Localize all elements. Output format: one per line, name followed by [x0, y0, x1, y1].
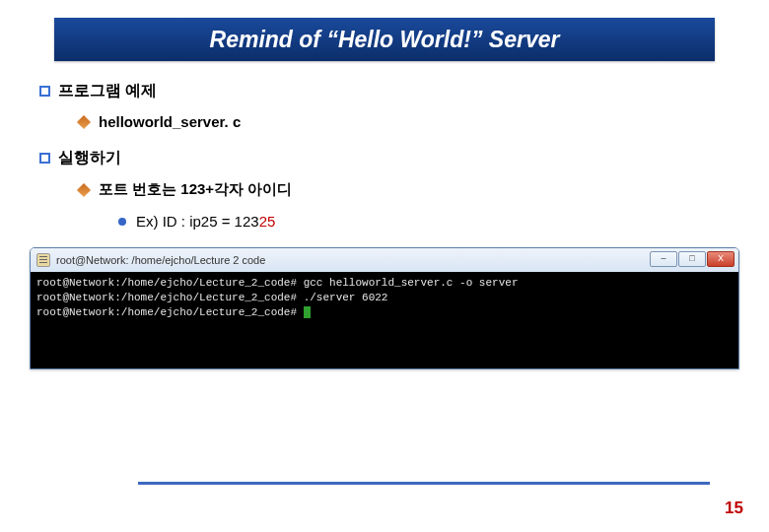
section-heading-text: 프로그램 예제: [58, 81, 157, 101]
page-number: 15: [725, 499, 743, 518]
square-bullet-icon: [39, 153, 50, 164]
section-heading-text: 실행하기: [58, 148, 121, 168]
diamond-bullet-icon: [77, 114, 91, 128]
terminal-body[interactable]: root@Network:/home/ejcho/Lecture_2_code#…: [31, 272, 738, 368]
terminal-icon: [36, 253, 50, 267]
section-program-example: 프로그램 예제 helloworld_server. c: [39, 81, 730, 130]
minimize-button[interactable]: –: [650, 251, 677, 267]
terminal-line: root@Network:/home/ejcho/Lecture_2_code#…: [36, 292, 387, 303]
cursor-icon: [304, 306, 311, 318]
example-prefix: Ex) ID : ip25 = 123: [136, 213, 259, 230]
dot-bullet-icon: [118, 218, 126, 226]
window-title-text: root@Network: /home/ejcho/Lecture 2 code: [56, 254, 265, 266]
section-heading: 실행하기: [39, 148, 730, 168]
sub-item-text: helloworld_server. c: [99, 113, 241, 130]
example-text: Ex) ID : ip25 = 12325: [136, 213, 275, 230]
diamond-bullet-icon: [77, 182, 91, 196]
sub-sub-item-example: Ex) ID : ip25 = 12325: [118, 213, 730, 230]
terminal-window: root@Network: /home/ejcho/Lecture 2 code…: [30, 247, 739, 369]
terminal-line: root@Network:/home/ejcho/Lecture_2_code#…: [36, 277, 518, 289]
slide-title-bar: Remind of “Hello World!” Server: [54, 18, 715, 61]
divider-line: [138, 482, 710, 485]
sub-item-text: 포트 번호는 123+각자 아이디: [99, 180, 292, 199]
example-highlight: 25: [259, 213, 276, 230]
section-run: 실행하기 포트 번호는 123+각자 아이디 Ex) ID : ip25 = 1…: [39, 148, 730, 230]
slide-title: Remind of “Hello World!” Server: [210, 27, 560, 53]
window-buttons: – □ X: [649, 251, 734, 267]
square-bullet-icon: [39, 86, 50, 97]
sub-item-port: 포트 번호는 123+각자 아이디: [79, 180, 730, 199]
content-area: 프로그램 예제 helloworld_server. c 실행하기 포트 번호는…: [39, 81, 730, 230]
window-titlebar[interactable]: root@Network: /home/ejcho/Lecture 2 code…: [31, 248, 738, 272]
section-heading: 프로그램 예제: [39, 81, 730, 101]
sub-item-filename: helloworld_server. c: [79, 113, 730, 130]
maximize-button[interactable]: □: [678, 251, 706, 267]
close-button[interactable]: X: [707, 251, 734, 267]
terminal-line: root@Network:/home/ejcho/Lecture_2_code#: [36, 306, 304, 318]
